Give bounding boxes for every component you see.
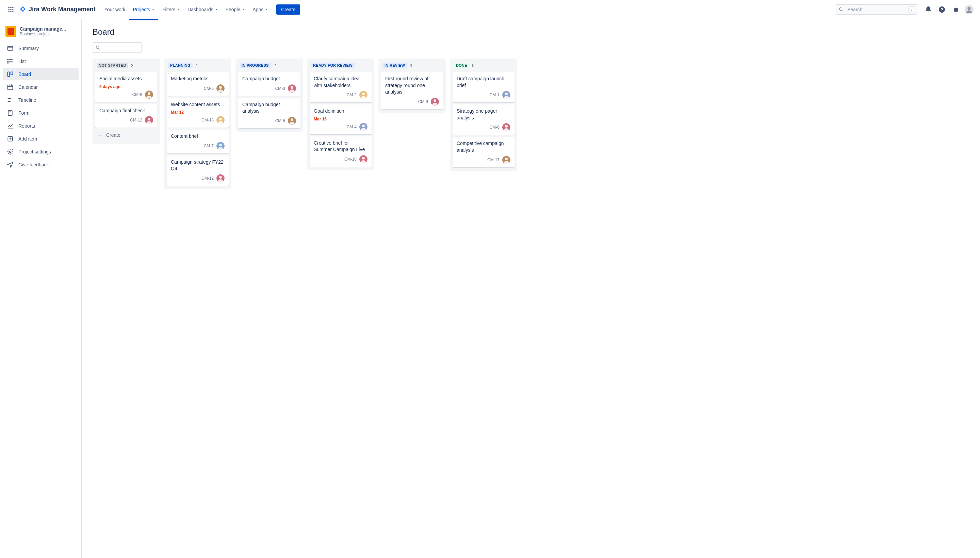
assignee-avatar[interactable]: [217, 116, 225, 124]
calendar-icon: [7, 84, 14, 90]
card-title: Goal definition: [314, 108, 368, 115]
search-input[interactable]: [836, 4, 918, 15]
assignee-avatar[interactable]: [217, 84, 225, 92]
card[interactable]: Campaign budgetCM-3: [238, 72, 300, 96]
assignee-avatar[interactable]: [217, 174, 225, 182]
assignee-avatar[interactable]: [145, 90, 153, 98]
chevron-down-icon: [215, 8, 218, 11]
card[interactable]: Campaign budget analysisCM-5: [238, 98, 300, 128]
svg-line-41: [98, 48, 100, 49]
card[interactable]: Social media assets6 days agoCM-8: [95, 72, 157, 102]
card[interactable]: Clarify campaign idea with stakeholdersC…: [310, 72, 372, 102]
create-button[interactable]: Create: [276, 5, 300, 15]
card[interactable]: Marketing metricsCM-6: [167, 72, 229, 96]
assignee-avatar[interactable]: [145, 116, 153, 124]
card[interactable]: Website content assetsMar 12CM-18: [167, 98, 229, 128]
card-key: CM-6: [490, 125, 499, 130]
summary-icon: [7, 45, 14, 52]
column-header[interactable]: IN REVIEW3: [381, 62, 443, 70]
assignee-avatar[interactable]: [288, 84, 296, 92]
svg-point-53: [219, 144, 222, 146]
sidebar-item-label: Project settings: [18, 149, 51, 154]
product-logo[interactable]: Jira Work Management: [19, 6, 95, 13]
nav-item-label: People: [226, 7, 241, 12]
assignee-avatar[interactable]: [359, 155, 368, 163]
list-icon: [7, 58, 14, 65]
column-header[interactable]: PLANNING4: [167, 62, 229, 70]
card[interactable]: Goal definitionMar 16CM-4: [310, 105, 372, 135]
column-header[interactable]: NOT STARTED2: [95, 62, 157, 70]
sidebar-item-summary[interactable]: Summary: [3, 42, 79, 54]
card[interactable]: Content briefCM-7: [167, 130, 229, 153]
card[interactable]: Campaign final checkCM-12: [95, 104, 157, 128]
sidebar-item-board[interactable]: Board: [3, 68, 79, 80]
svg-point-20: [8, 59, 8, 60]
card[interactable]: Creative brief for Summer Campaign LiveC…: [310, 136, 372, 167]
nav-item-your-work[interactable]: Your work: [101, 5, 129, 14]
card[interactable]: Strategy one pager analysisCM-6: [453, 105, 514, 135]
svg-text:?: ?: [941, 7, 943, 12]
nav-item-filters[interactable]: Filters: [159, 5, 184, 14]
nav-item-dashboards[interactable]: Dashboards: [184, 5, 222, 14]
card[interactable]: Campaign strategy FY22 Q4CM-12: [167, 156, 229, 186]
svg-point-51: [219, 118, 222, 120]
sidebar-item-feedback[interactable]: Give feedback: [3, 159, 79, 171]
chevron-down-icon: [151, 8, 155, 11]
assignee-avatar[interactable]: [359, 91, 368, 99]
card[interactable]: Competitive campaign analysisCM-17: [453, 137, 514, 167]
settings-button[interactable]: [950, 4, 961, 15]
apps-grid-icon: [8, 6, 14, 13]
add-icon: [7, 135, 14, 142]
svg-rect-15: [8, 46, 13, 50]
svg-point-6: [8, 11, 10, 12]
plus-icon: [97, 132, 103, 138]
svg-point-4: [10, 9, 11, 10]
card-key: CM-4: [347, 125, 356, 129]
svg-point-3: [8, 9, 10, 10]
card-key: CM-17: [487, 158, 499, 162]
sidebar-item-reports[interactable]: Reports: [3, 120, 79, 132]
svg-point-9: [839, 8, 842, 10]
card[interactable]: First round review of strategy round one…: [381, 72, 443, 109]
sidebar-item-settings[interactable]: Project settings: [3, 146, 79, 158]
notifications-button[interactable]: [923, 4, 934, 15]
project-header[interactable]: Campaign manage... Business project: [3, 26, 79, 42]
card-title: Website content assets: [171, 102, 225, 108]
profile-button[interactable]: [964, 4, 975, 15]
assignee-avatar[interactable]: [502, 91, 511, 99]
svg-point-1: [10, 7, 11, 8]
column-header[interactable]: DONE5: [453, 62, 514, 70]
sidebar-item-form[interactable]: Form: [3, 107, 79, 119]
card[interactable]: Draft campaign launch briefCM-1: [453, 72, 514, 102]
svg-point-2: [12, 7, 13, 8]
card-title: Draft campaign launch brief: [456, 75, 511, 89]
sidebar-item-timeline[interactable]: Timeline: [3, 94, 79, 106]
card-key: CM-3: [275, 86, 285, 91]
sidebar-item-calendar[interactable]: Calendar: [3, 81, 79, 93]
sidebar-item-list[interactable]: List: [3, 55, 79, 67]
assignee-avatar[interactable]: [288, 117, 296, 125]
assignee-avatar[interactable]: [502, 123, 511, 131]
column-header[interactable]: IN PROGRESS2: [238, 62, 300, 70]
nav-item-people[interactable]: People: [222, 5, 249, 14]
board-columns: NOT STARTED2Social media assets6 days ag…: [92, 59, 980, 550]
assignee-avatar[interactable]: [359, 123, 368, 131]
svg-point-71: [505, 125, 508, 128]
assignee-avatar[interactable]: [217, 142, 225, 150]
sidebar-item-add[interactable]: Add item: [3, 133, 79, 145]
nav-item-apps[interactable]: Apps: [249, 5, 272, 14]
sidebar: Campaign manage... Business project Summ…: [0, 19, 82, 558]
assignee-avatar[interactable]: [502, 156, 511, 164]
column-header[interactable]: READY FOR REVIEW: [310, 62, 372, 70]
sidebar-item-label: Calendar: [18, 84, 38, 90]
help-button[interactable]: ?: [936, 4, 947, 15]
app-switcher[interactable]: [5, 4, 16, 15]
create-card-button[interactable]: Create: [95, 130, 157, 141]
nav-item-projects[interactable]: Projects: [129, 5, 158, 14]
svg-point-49: [219, 86, 222, 89]
settings-icon: [7, 148, 14, 155]
search-icon: [839, 7, 844, 12]
svg-point-22: [8, 62, 8, 64]
assignee-avatar[interactable]: [431, 98, 439, 106]
svg-rect-24: [11, 72, 13, 74]
